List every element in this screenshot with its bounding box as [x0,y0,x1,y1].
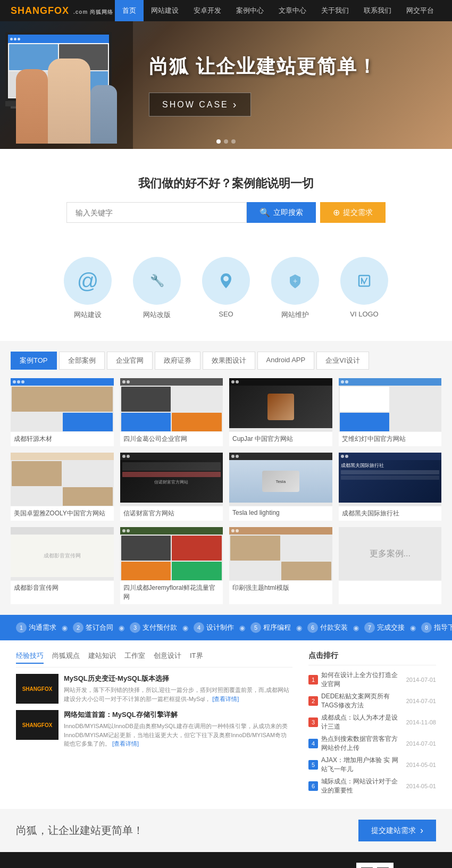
more-cases-text: 更多案例... [370,548,411,560]
popular-item-4: 4 热点到搜索数据官营客官方网站价付上传 2014-07-01 [308,735,436,753]
blog-item-1: SHANGFOX MySQL历史变迁-MySQL版本选择 网站开发，落下不到错的… [16,674,292,704]
hero-people [16,59,117,144]
nav-item-exchange[interactable]: 网交平台 [399,0,441,21]
case-item-6[interactable]: 信诺财富官方网站 信诺财富官方网站 [120,453,223,521]
nav-item-articles[interactable]: 文章中心 [271,0,314,21]
popular-link-4[interactable]: 热点到搜索数据官营客官方网站价付上传 [321,735,403,753]
blog-title-2[interactable]: 网络知道首篇：MySQL存储引擎详解 [64,710,292,720]
nav-item-website[interactable]: 网站建设 [144,0,186,21]
case-name-1: 成都轩源木材 [11,431,114,446]
case-tab-vi[interactable]: 企业VI设计 [316,352,369,370]
popular-link-2[interactable]: DEDE粘贴文案网页所有TAGS修改方法 [321,692,403,710]
service-seo[interactable]: SEO [202,257,250,320]
svg-point-3 [223,276,229,281]
popular-link-3[interactable]: 成都成点：以人为本才是设计三道 [321,713,403,731]
service-label-4: 网站维护 [281,310,309,320]
hero-dot-3[interactable] [231,139,236,144]
blog-thumb-1: SHANGFOX [16,674,58,704]
case-tab-top[interactable]: 案例TOP [11,352,57,370]
case-item-11[interactable]: 印刷强主题html模版 [229,527,332,604]
case-item-more[interactable]: 更多案例... [339,527,442,604]
process-step-4: 4 设计制作 [194,622,234,633]
popular-link-6[interactable]: 城际成点：网站设计对于企业的重要性 [321,777,403,795]
submit-requirement-button[interactable]: ⊕ 提交需求 [320,202,386,223]
process-label-7: 完成交接 [377,623,405,632]
blog-tab-creative[interactable]: 创意设计 [154,651,181,664]
hero-cta-button[interactable]: SHOW CASE › [149,93,251,116]
popular-rank-4: 4 [308,739,318,748]
case-thumbnail-8: 成都黑夫国际旅行社 [339,453,442,506]
blog-tab-studio[interactable]: 工作室 [124,651,145,664]
process-num-1: 1 [16,622,27,633]
case-item-4[interactable]: 艾维幻灯中国官方网站 [339,378,442,446]
svg-text:+: + [293,277,297,285]
case-tab-all[interactable]: 全部案例 [59,352,105,370]
case-item-7[interactable]: Tesla Tesla led lighting [229,453,332,521]
popular-link-1[interactable]: 如何在设计上全方位打造企业官网 [321,671,403,689]
footer-qr-codes [356,863,436,868]
more-cases-area: 更多案例... [339,527,442,580]
process-step-6: 6 付款安装 [307,622,348,633]
case-name-4: 艾维幻灯中国官方网站 [339,431,442,446]
case-name-2: 四川金葛公司企业官网 [120,431,223,446]
blog-tab-knowledge[interactable]: 建站知识 [88,651,116,664]
case-item-8[interactable]: 成都黑夫国际旅行社 成都黑夫国际旅行社 [339,453,442,521]
blog-tab-views[interactable]: 尚狐观点 [52,651,80,664]
person-2 [48,59,90,144]
service-website-revamp[interactable]: 🔧 网站改版 [133,257,181,320]
case-thumbnail-3 [229,378,332,431]
popular-date-6: 2014-05-01 [406,783,436,789]
nav-item-contact[interactable]: 联系我们 [356,0,399,21]
case-item-5[interactable]: 美国卓盟雅ZOOLY中国官方网站 [11,453,114,521]
case-tab-govt[interactable]: 政府证券 [155,352,200,370]
nav-item-cases[interactable]: 案例中心 [229,0,271,21]
blog-text-1: MySQL历史变迁-MySQL版本选择 网站开发，落下不到错的抉择，所以,迎往一… [64,674,292,704]
blog-more-1[interactable]: [查看详情] [212,696,239,702]
header: SHANGFOX .com 尚狐网络 首页 网站建设 安卓开发 案例中心 文章中… [0,0,452,21]
process-arrow: ◉ [410,624,416,632]
case-thumbnail-11 [229,527,332,580]
case-tab-design[interactable]: 效果图设计 [203,352,255,370]
blog-more-2[interactable]: [查看详情] [112,740,139,747]
search-input[interactable] [66,202,247,223]
hero-dot-1[interactable] [216,139,221,144]
service-website-build[interactable]: @ 网站建设 [64,257,112,320]
process-step-3: 3 支付预付款 [130,622,177,633]
case-item-9[interactable]: 成都影音宣传网 成都影音宣传网 [11,527,114,604]
search-button[interactable]: 🔍 立即搜索 [247,202,316,223]
process-num-7: 7 [364,622,375,633]
case-item-10[interactable]: 四川成都Jeremyfloral鲜花流量官网 [120,527,223,604]
blog-tab-it[interactable]: IT界 [190,651,203,664]
qr-code-1 [356,863,394,868]
search-container: 🔍 立即搜索 ⊕ 提交需求 [0,202,452,239]
case-thumbnail-10 [120,527,223,580]
popular-link-5[interactable]: AJAX：增加用户体验 实 网站飞一年儿 [321,756,403,774]
case-tab-corporate[interactable]: 企业官网 [107,352,153,370]
popular-item-5: 5 AJAX：增加用户体验 实 网站飞一年儿 2014-05-01 [308,756,436,774]
service-circle-1: @ [64,257,112,305]
popular-rank-5: 5 [308,760,318,770]
popular-date-1: 2014-07-01 [406,677,436,683]
case-item-2[interactable]: 四川金葛公司企业官网 [120,378,223,446]
service-maintenance[interactable]: + 网站维护 [271,257,319,320]
blog-title-1[interactable]: MySQL历史变迁-MySQL版本选择 [64,674,292,683]
case-name-3: CupJar 中国官方网站 [229,431,332,446]
nav-item-home[interactable]: 首页 [115,0,144,21]
process-arrow: ◉ [353,624,359,632]
cta-button[interactable]: 提交建站需求 › [358,820,436,841]
process-num-2: 2 [73,622,83,633]
process-arrow: ◉ [119,624,124,632]
case-item-1[interactable]: 成都轩源木材 [11,378,114,446]
case-tabs: 案例TOP 全部案例 企业官网 政府证券 效果图设计 Android APP 企… [11,352,441,370]
case-tab-android[interactable]: Android APP [257,352,315,370]
bottom-content: 经验技巧 尚狐观点 建站知识 工作室 创意设计 IT界 SHANGFOX MyS… [0,640,452,809]
blog-tab-tips[interactable]: 经验技巧 [16,651,44,664]
hero-dot-2[interactable] [224,139,228,144]
nav-item-about[interactable]: 关于我们 [314,0,356,21]
service-vi-logo[interactable]: VI LOGO [340,257,388,320]
service-circle-5 [340,257,388,305]
process-label-6: 付款安装 [320,623,348,632]
main-nav: 首页 网站建设 安卓开发 案例中心 文章中心 关于我们 联系我们 网交平台 [115,0,441,21]
case-item-3[interactable]: CupJar 中国官方网站 [229,378,332,446]
nav-item-android[interactable]: 安卓开发 [186,0,229,21]
